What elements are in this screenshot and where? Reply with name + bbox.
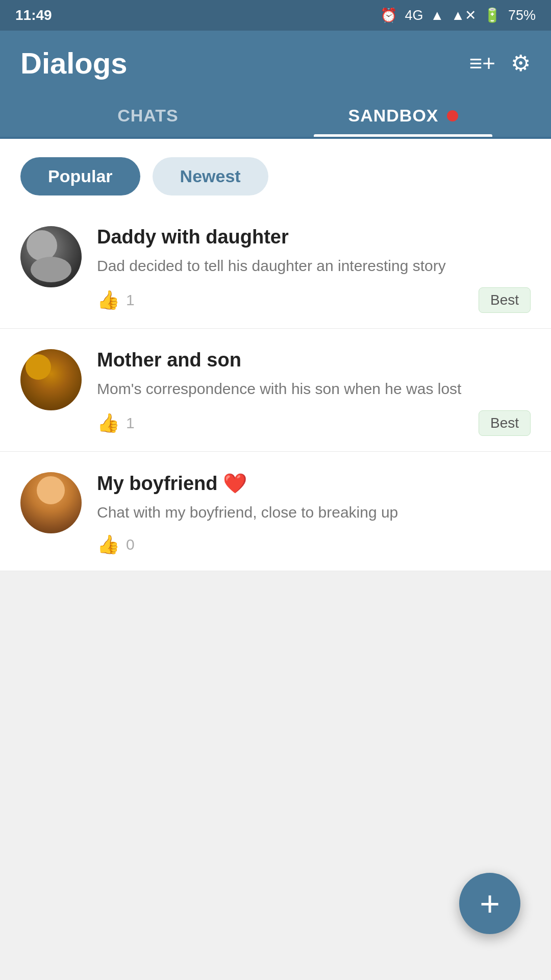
chat-item[interactable]: Daddy with daughter Dad decided to tell …	[0, 206, 551, 329]
chat-footer: 👍 1 Best	[97, 410, 531, 436]
battery-icon: 🔋	[484, 7, 501, 23]
avatar	[20, 226, 82, 287]
filter-popular-button[interactable]: Popular	[20, 157, 140, 195]
tab-sandbox[interactable]: SANDBOX	[276, 95, 531, 137]
best-badge: Best	[479, 287, 531, 313]
chat-description: Dad decided to tell his daughter an inte…	[97, 254, 531, 277]
chat-footer: 👍 1 Best	[97, 287, 531, 313]
best-badge: Best	[479, 410, 531, 436]
thumbs-up-icon: 👍	[97, 289, 120, 311]
chat-list: Daddy with daughter Dad decided to tell …	[0, 206, 551, 571]
chat-content: Daddy with daughter Dad decided to tell …	[97, 226, 531, 313]
sandbox-notification-dot	[447, 110, 458, 121]
filter-newest-button[interactable]: Newest	[153, 157, 268, 195]
like-area: 👍 1	[97, 412, 135, 434]
battery-label: 75%	[508, 8, 536, 23]
filter-bar: Popular Newest	[0, 139, 551, 206]
chat-description: Chat with my boyfriend, close to breakin…	[97, 501, 531, 524]
like-count: 1	[126, 291, 135, 309]
status-icons: ⏰ 4G ▲ ▲✕ 🔋 75%	[380, 7, 536, 23]
thumbs-up-icon: 👍	[97, 412, 120, 434]
settings-icon[interactable]: ⚙	[511, 50, 531, 76]
avatar	[20, 472, 82, 533]
status-time: 11:49	[15, 7, 52, 23]
status-bar: 11:49 ⏰ 4G ▲ ▲✕ 🔋 75%	[0, 0, 551, 31]
like-count: 1	[126, 414, 135, 432]
chat-footer: 👍 0	[97, 534, 531, 555]
avatar	[20, 349, 82, 410]
signal-x-icon: ▲✕	[451, 7, 477, 23]
header-actions: ≡+ ⚙	[469, 50, 531, 76]
page-title: Dialogs	[20, 46, 128, 80]
like-area: 👍 1	[97, 289, 135, 311]
like-count: 0	[126, 536, 135, 553]
header-top: Dialogs ≡+ ⚙	[20, 46, 531, 95]
like-area: 👍 0	[97, 534, 135, 555]
chat-content: Mother and son Mom's correspondence with…	[97, 349, 531, 436]
tab-bar: CHATS SANDBOX	[20, 95, 531, 137]
chat-item[interactable]: My boyfriend ❤️ Chat with my boyfriend, …	[0, 452, 551, 571]
tab-chats[interactable]: CHATS	[20, 95, 276, 137]
thumbs-up-icon: 👍	[97, 534, 120, 555]
new-chat-icon[interactable]: ≡+	[469, 51, 495, 76]
chat-title: Mother and son	[97, 349, 531, 371]
add-chat-fab-button[interactable]: +	[459, 873, 520, 934]
header: Dialogs ≡+ ⚙ CHATS SANDBOX	[0, 31, 551, 137]
heart-icon: ❤️	[223, 473, 247, 494]
chat-title: Daddy with daughter	[97, 226, 531, 248]
chat-content: My boyfriend ❤️ Chat with my boyfriend, …	[97, 472, 531, 555]
chat-description: Mom's correspondence with his son when h…	[97, 377, 531, 400]
chat-item[interactable]: Mother and son Mom's correspondence with…	[0, 329, 551, 452]
network-label: 4G	[405, 8, 423, 23]
alarm-icon: ⏰	[380, 7, 397, 23]
signal-icon: ▲	[430, 8, 444, 23]
chat-title: My boyfriend ❤️	[97, 472, 531, 495]
